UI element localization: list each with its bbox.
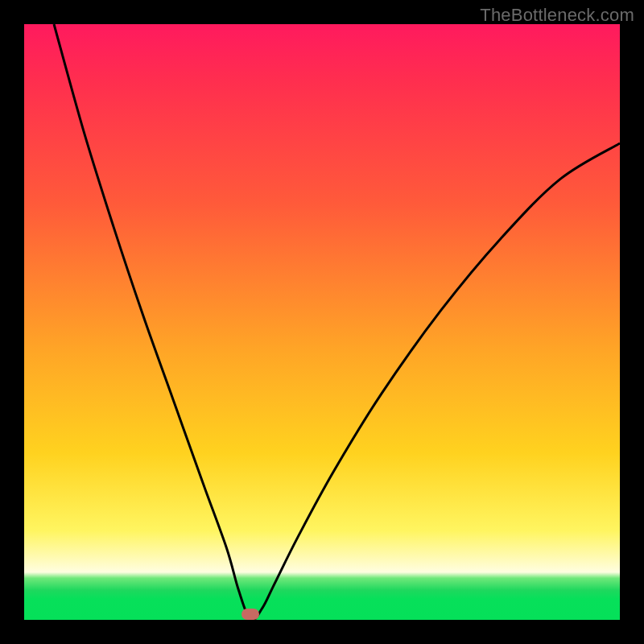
chart-frame: TheBottleneck.com [0,0,644,644]
plot-area [24,24,620,620]
curve-svg [24,24,620,620]
watermark-text: TheBottleneck.com [480,5,634,26]
bottleneck-marker [242,609,259,620]
bottleneck-curve [54,24,620,621]
